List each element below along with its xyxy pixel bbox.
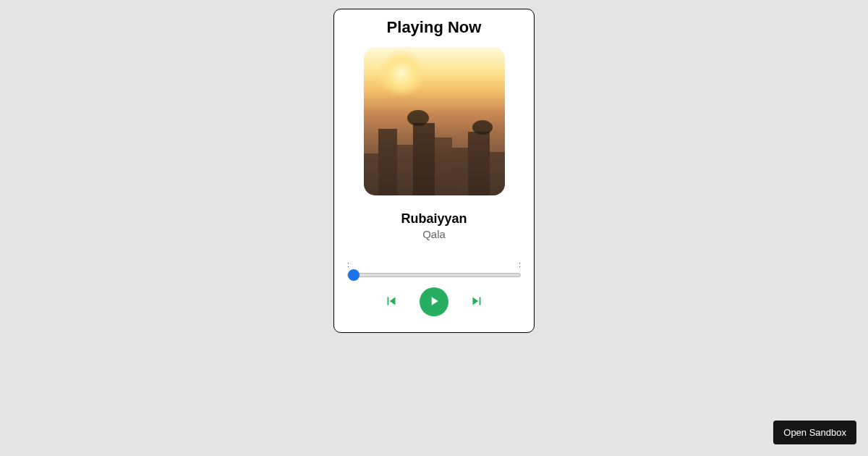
- skip-next-icon: [469, 293, 485, 311]
- open-sandbox-button[interactable]: Open Sandbox: [773, 421, 856, 444]
- album-art: [364, 47, 505, 195]
- track-title: Rubaiyyan: [401, 211, 467, 227]
- time-total: :: [519, 261, 521, 269]
- skip-previous-icon: [383, 293, 399, 311]
- play-button[interactable]: [420, 287, 448, 316]
- track-artist: Qala: [422, 228, 446, 240]
- previous-button[interactable]: [383, 293, 399, 311]
- playing-now-title: Playing Now: [387, 18, 482, 37]
- playback-controls: [383, 287, 485, 316]
- music-player-card: Playing Now Rubaiyyan Qala : :: [333, 9, 535, 333]
- time-current: :: [347, 261, 349, 269]
- time-row: : :: [347, 261, 521, 269]
- progress-slider[interactable]: [347, 273, 521, 277]
- play-icon: [427, 294, 441, 311]
- next-button[interactable]: [469, 293, 485, 311]
